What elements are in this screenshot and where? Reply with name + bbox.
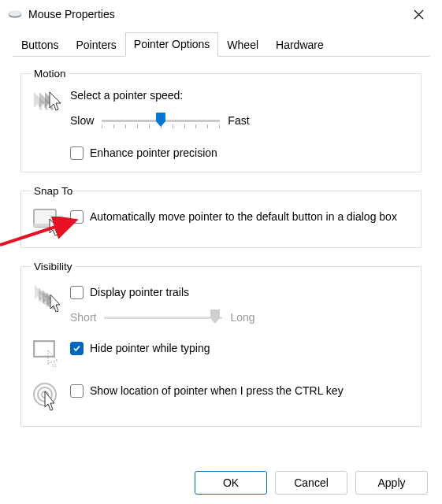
close-button[interactable]	[403, 2, 434, 26]
tab-pointer-options[interactable]: Pointer Options	[125, 32, 219, 57]
snap-to-legend: Snap To	[31, 185, 76, 197]
motion-legend: Motion	[31, 68, 69, 80]
tab-buttons[interactable]: Buttons	[13, 33, 67, 57]
snap-to-group: Snap To Automatically move pointer to th…	[20, 185, 422, 248]
speed-label: Select a pointer speed:	[70, 89, 410, 102]
snap-to-icon	[32, 206, 70, 236]
pointer-trails-label: Display pointer trails	[90, 285, 189, 300]
apply-button[interactable]: Apply	[355, 471, 428, 495]
tab-content: Motion Select a pointer speed: Slow	[0, 57, 442, 427]
pointer-trails-icon	[32, 282, 70, 312]
enhance-precision-label: Enhance pointer precision	[90, 146, 217, 161]
tab-underline	[13, 56, 429, 57]
hide-typing-checkbox[interactable]	[70, 342, 84, 355]
hide-typing-icon	[32, 338, 70, 368]
tab-wheel[interactable]: Wheel	[218, 33, 267, 57]
ctrl-locate-label: Show location of pointer when I press th…	[90, 384, 344, 398]
pointer-speed-slider[interactable]	[102, 113, 220, 128]
fast-label: Fast	[228, 114, 249, 127]
ctrl-locate-icon	[32, 380, 70, 412]
hide-typing-label: Hide pointer while typing	[90, 341, 210, 356]
svg-point-2	[9, 11, 20, 16]
titlebar: Mouse Properties	[0, 0, 442, 28]
window-title: Mouse Properties	[28, 8, 403, 20]
visibility-group: Visibility Dis	[20, 261, 422, 427]
snap-to-checkbox[interactable]	[70, 210, 84, 224]
enhance-precision-checkbox[interactable]	[70, 146, 84, 160]
motion-group: Motion Select a pointer speed: Slow	[20, 68, 422, 172]
cancel-button[interactable]: Cancel	[275, 471, 347, 495]
close-icon	[414, 9, 424, 20]
pointer-trails-checkbox[interactable]	[70, 286, 84, 299]
ctrl-locate-checkbox[interactable]	[70, 384, 84, 398]
visibility-legend: Visibility	[31, 261, 76, 272]
trail-length-slider	[104, 309, 222, 325]
long-label: Long	[230, 311, 254, 324]
mouse-icon	[8, 9, 22, 20]
tab-strip: Buttons Pointers Pointer Options Wheel H…	[0, 33, 442, 57]
dialog-button-bar: OK Cancel Apply	[195, 471, 428, 495]
mouse-properties-dialog: Mouse Properties Buttons Pointers Pointe…	[0, 0, 442, 504]
tab-pointers[interactable]: Pointers	[67, 33, 124, 57]
short-label: Short	[70, 311, 96, 324]
svg-rect-6	[35, 343, 53, 355]
ok-button[interactable]: OK	[195, 471, 267, 495]
motion-icon	[32, 89, 70, 117]
slow-label: Slow	[70, 114, 94, 127]
tab-hardware[interactable]: Hardware	[267, 33, 332, 57]
snap-to-label: Automatically move pointer to the defaul…	[90, 209, 397, 224]
